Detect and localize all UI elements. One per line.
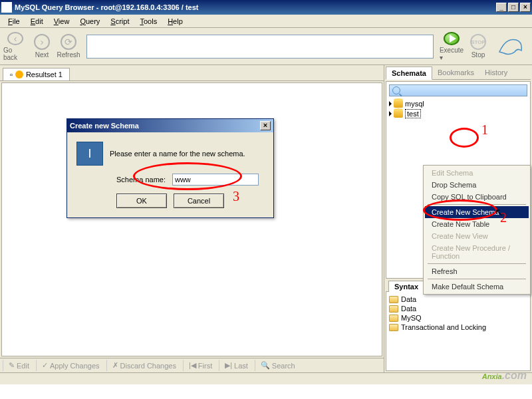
schema-mysql[interactable]: mysql (389, 99, 527, 108)
schema-dialog-icon: I (76, 142, 103, 166)
tab-label: Resultset 1 (26, 70, 63, 78)
edit-button[interactable]: ✎ Edit (3, 360, 35, 371)
mysql-logo-icon (496, 32, 525, 61)
folder-icon (389, 305, 398, 313)
schema-name-label: Schema name: (116, 176, 166, 184)
dialog-prompt: Please enter a name for the new schema. (110, 150, 245, 158)
ctx-drop-schema[interactable]: Drop Schema (425, 179, 529, 191)
last-button[interactable]: ▶| Last (219, 360, 253, 371)
search-icon (392, 86, 400, 94)
apply-button[interactable]: ✓ Apply Changes (36, 360, 105, 371)
database-icon (394, 100, 403, 108)
expand-icon (389, 111, 392, 116)
forward-arrow-icon: › (34, 34, 50, 50)
search-button[interactable]: 🔍 Search (255, 360, 301, 371)
play-icon (444, 32, 460, 45)
refresh-button[interactable]: ⟳ Refresh (56, 31, 81, 62)
ctx-create-proc[interactable]: Create New Procedure / Function (425, 242, 529, 262)
first-button[interactable]: |◀ First (183, 360, 217, 371)
query-input[interactable] (86, 35, 434, 59)
window-title: MySQL Query Browser - root@192.168.0.4:3… (15, 3, 496, 11)
status-bar (0, 372, 532, 384)
schema-search[interactable] (389, 84, 527, 96)
right-tabs: Schemata Bookmarks History (386, 66, 531, 80)
result-tab[interactable]: ▫ Resultset 1 (3, 68, 70, 80)
schema-context-menu: Edit Schema Drop Schema Copy SQL to Clip… (423, 165, 531, 295)
menu-tools[interactable]: Tools (134, 16, 162, 27)
database-icon (394, 110, 403, 118)
schema-test[interactable]: test (389, 108, 527, 119)
schema-name-input[interactable] (172, 174, 259, 186)
menu-bar: File Edit View Query Script Tools Help (0, 15, 532, 28)
minimize-button[interactable]: _ (496, 3, 507, 12)
bottom-toolbar: ✎ Edit ✓ Apply Changes ✗ Discard Changes… (0, 358, 384, 372)
syntax-item[interactable]: MySQ (389, 313, 527, 323)
new-tab-icon: ▫ (10, 70, 13, 78)
ctx-create-table[interactable]: Create New Table (425, 218, 529, 230)
syntax-item[interactable]: Data (389, 304, 527, 313)
back-arrow-icon: ‹ (7, 32, 23, 45)
ctx-copy-sql[interactable]: Copy SQL to Clipboard (425, 191, 529, 203)
dialog-titlebar[interactable]: Create new Schema × (67, 119, 273, 132)
separator (428, 204, 526, 205)
result-tabbar: ▫ Resultset 1 (0, 65, 384, 81)
dialog-close-button[interactable]: × (260, 121, 271, 130)
ok-button[interactable]: OK (116, 194, 167, 208)
ctx-edit-schema[interactable]: Edit Schema (425, 167, 529, 179)
next-button[interactable]: › Next (29, 31, 55, 62)
syntax-item[interactable]: Data (389, 295, 527, 304)
discard-button[interactable]: ✗ Discard Changes (106, 360, 182, 371)
expand-icon (389, 101, 392, 106)
window-titlebar: MySQL Query Browser - root@192.168.0.4:3… (0, 0, 532, 15)
syntax-tab[interactable]: Syntax (388, 281, 424, 292)
left-pane: ▫ Resultset 1 ✎ Edit ✓ Apply Changes ✗ D… (0, 65, 384, 372)
goback-button[interactable]: ‹ Go back (3, 31, 28, 62)
create-schema-dialog: Create new Schema × I Please enter a nam… (66, 118, 274, 218)
stop-icon: STOP (470, 34, 486, 50)
ctx-make-default[interactable]: Make Default Schema (425, 281, 529, 293)
app-icon (1, 2, 12, 13)
separator (428, 279, 526, 279)
menu-edit[interactable]: Edit (25, 16, 49, 27)
menu-help[interactable]: Help (162, 16, 188, 27)
separator (428, 263, 526, 264)
syntax-item[interactable]: Transactional and Locking (389, 323, 527, 332)
menu-file[interactable]: File (3, 16, 25, 27)
close-button[interactable]: × (520, 3, 531, 12)
stop-button[interactable]: STOP Stop (466, 31, 491, 62)
menu-view[interactable]: View (49, 16, 75, 27)
resultset-icon (15, 70, 23, 78)
toolbar: ‹ Go back › Next ⟳ Refresh Execute ▾ STO… (0, 28, 532, 65)
ctx-create-view[interactable]: Create New View (425, 230, 529, 242)
ctx-create-schema[interactable]: Create New Schema (425, 206, 529, 218)
menu-query[interactable]: Query (74, 16, 105, 27)
refresh-icon: ⟳ (61, 34, 76, 50)
menu-script[interactable]: Script (105, 16, 134, 27)
folder-icon (389, 315, 398, 322)
cancel-button[interactable]: Cancel (174, 194, 224, 208)
tab-schemata[interactable]: Schemata (386, 66, 432, 80)
ctx-refresh[interactable]: Refresh (425, 265, 529, 277)
execute-button[interactable]: Execute ▾ (439, 31, 464, 62)
folder-icon (389, 296, 398, 303)
tab-history[interactable]: History (479, 66, 513, 79)
maximize-button[interactable]: □ (508, 3, 519, 12)
syntax-box: Data Data MySQ Transactional and Locking (386, 291, 531, 371)
folder-icon (389, 324, 398, 331)
tab-bookmarks[interactable]: Bookmarks (432, 66, 479, 79)
watermark: Anxia.com (482, 364, 527, 383)
